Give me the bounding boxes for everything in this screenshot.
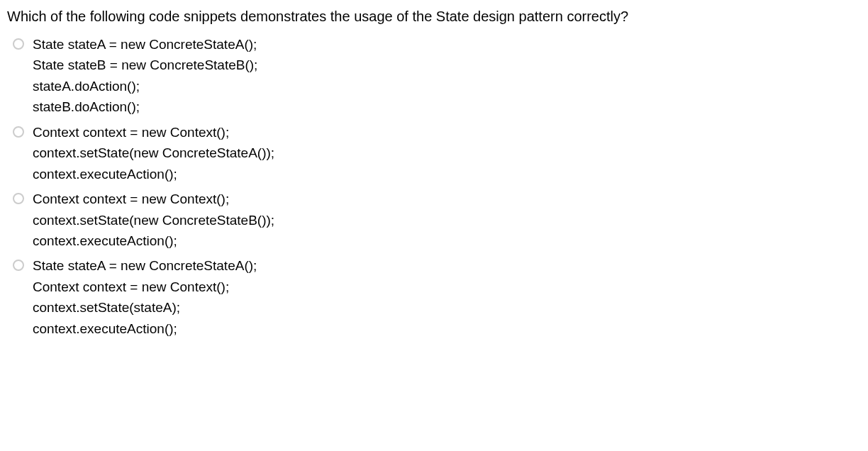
- code-line: stateA.doAction();: [33, 76, 861, 96]
- code-line: context.executeAction();: [33, 164, 861, 184]
- radio-option-3[interactable]: [13, 193, 24, 204]
- code-line: context.setState(new ConcreteStateA());: [33, 143, 861, 163]
- option-3: Context context = new Context(); context…: [13, 189, 861, 251]
- option-1-content: State stateA = new ConcreteStateA(); Sta…: [33, 34, 861, 118]
- code-line: context.setState(new ConcreteStateB());: [33, 210, 861, 230]
- code-line: State stateA = new ConcreteStateA();: [33, 34, 861, 55]
- code-line: stateB.doAction();: [33, 96, 861, 117]
- code-line: context.executeAction();: [33, 318, 861, 339]
- option-1: State stateA = new ConcreteStateA(); Sta…: [13, 34, 861, 118]
- question-text: Which of the following code snippets dem…: [7, 6, 861, 27]
- options-container: State stateA = new ConcreteStateA(); Sta…: [7, 34, 861, 339]
- code-line: State stateB = new ConcreteStateB();: [33, 55, 861, 75]
- radio-option-4[interactable]: [13, 260, 24, 271]
- code-line: context.executeAction();: [33, 230, 861, 251]
- option-3-content: Context context = new Context(); context…: [33, 189, 861, 251]
- code-line: Context context = new Context();: [33, 189, 861, 209]
- code-line: Context context = new Context();: [33, 277, 861, 297]
- option-4-content: State stateA = new ConcreteStateA(); Con…: [33, 255, 861, 339]
- radio-option-2[interactable]: [13, 126, 24, 138]
- option-4: State stateA = new ConcreteStateA(); Con…: [13, 255, 861, 339]
- code-line: State stateA = new ConcreteStateA();: [33, 255, 861, 276]
- radio-option-1[interactable]: [13, 38, 24, 50]
- option-2: Context context = new Context(); context…: [13, 122, 861, 184]
- code-line: Context context = new Context();: [33, 122, 861, 143]
- code-line: context.setState(stateA);: [33, 297, 861, 318]
- option-2-content: Context context = new Context(); context…: [33, 122, 861, 184]
